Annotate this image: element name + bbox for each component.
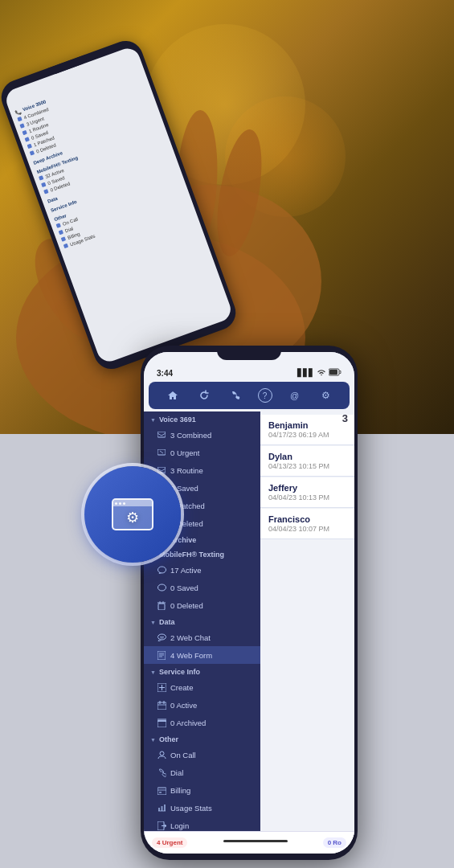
login-icon <box>157 821 166 830</box>
other-section-header[interactable]: ▼ Other <box>144 731 260 746</box>
menu-item-text-deleted[interactable]: 0 Deleted <box>144 596 260 614</box>
menu-item-billing[interactable]: Billing <box>144 781 260 799</box>
menu-item-active[interactable]: 17 Active <box>144 561 260 579</box>
right-contacts-panel: 3 Benjamin 04/17/23 06:19 AM Dylan 04/13… <box>260 411 354 849</box>
oncall-icon <box>157 750 166 760</box>
logo-window: ⚙ <box>112 498 153 530</box>
svg-line-11 <box>160 451 163 453</box>
contact-benjamin-date: 04/17/23 06:19 AM <box>268 431 346 439</box>
menu-item-si-active[interactable]: 0 Active <box>144 696 260 714</box>
archived-label: 0 Archived <box>170 719 206 727</box>
si-active-label: 0 Active <box>170 701 197 710</box>
urgent-badge[interactable]: 4 Urgent <box>152 837 187 848</box>
menu-item-urgent[interactable]: 0 Urgent <box>144 444 260 461</box>
svg-rect-39 <box>157 702 166 710</box>
battery-icon <box>329 368 342 378</box>
logo-dot-1 <box>115 502 117 505</box>
service-info-header[interactable]: ▼ Service Info <box>144 664 260 678</box>
contact-francisco[interactable]: Francisco 04/04/23 10:07 PM <box>260 509 354 539</box>
status-icons: ▋▋▋ <box>297 368 342 378</box>
usagestats-label: Usage Stats <box>170 804 212 813</box>
service-section-label: Service Info <box>159 668 200 676</box>
menu-item-combined[interactable]: 3 Combined <box>144 426 260 444</box>
contact-jeffery[interactable]: Jeffery 04/04/23 10:13 PM <box>260 477 354 508</box>
menu-item-oncall[interactable]: On Call <box>144 746 260 764</box>
svg-rect-45 <box>159 792 162 793</box>
contact-benjamin[interactable]: Benjamin 04/17/23 06:19 AM <box>260 415 354 445</box>
logo-circle: ⚙ <box>84 466 181 563</box>
urgent-icon <box>157 448 166 457</box>
data-section-label: Data <box>159 618 175 626</box>
menu-item-webform[interactable]: 4 Web Form <box>144 646 260 664</box>
webchat-icon <box>157 633 166 642</box>
nav-email-icon[interactable]: @ <box>286 387 304 404</box>
svg-rect-25 <box>158 604 165 610</box>
nav-help-icon[interactable]: ? <box>258 388 272 403</box>
contact-dylan[interactable]: Dylan 04/13/23 10:15 PM <box>260 446 354 477</box>
menu-item-webchat[interactable]: 2 Web Chat <box>144 628 260 646</box>
menu-item-archived[interactable]: 0 Archived <box>144 714 260 731</box>
text-deleted-icon <box>157 600 166 610</box>
create-label: Create <box>170 683 194 692</box>
content-area: ▼ Voice 3691 3 Combined 0 Urgent <box>144 411 354 849</box>
dial-label: Dial <box>170 768 183 777</box>
nav-settings-icon[interactable]: ⚙ <box>317 387 335 404</box>
svg-rect-9 <box>157 432 166 437</box>
archived-icon <box>157 718 166 727</box>
dial-icon <box>157 768 166 777</box>
menu-item-text-saved[interactable]: 0 Saved <box>144 579 260 596</box>
voice-section-header[interactable]: ▼ Voice 3691 <box>144 411 260 426</box>
voice-section-label: Voice 3691 <box>159 416 196 424</box>
svg-rect-48 <box>161 806 162 811</box>
routine-label: 3 Routine <box>170 466 203 475</box>
service-chevron: ▼ <box>150 669 156 675</box>
data-section-header[interactable]: ▼ Data <box>144 614 260 628</box>
time-display: 3:44 <box>157 369 173 378</box>
urgent-label: 0 Urgent <box>170 448 199 457</box>
page-number: 3 <box>342 412 348 424</box>
webform-icon <box>157 650 166 660</box>
logo-dot-3 <box>123 502 125 505</box>
si-active-icon <box>157 700 166 710</box>
svg-point-42 <box>160 751 164 755</box>
text-deleted-label: 0 Deleted <box>170 601 203 610</box>
main-phone: 3:44 ▋▋▋ ? @ ⚙ <box>141 346 358 860</box>
menu-item-dial[interactable]: Dial <box>144 764 260 781</box>
contact-dylan-date: 04/13/23 10:15 PM <box>268 462 346 470</box>
webchat-label: 2 Web Chat <box>170 633 211 642</box>
svg-rect-8 <box>329 370 337 375</box>
combined-icon <box>157 430 166 440</box>
texting-active-icon <box>157 565 166 575</box>
menu-item-usagestats[interactable]: Usage Stats <box>144 799 260 817</box>
text-saved-label: 0 Saved <box>170 583 198 592</box>
wifi-icon <box>317 368 326 378</box>
nav-refresh-icon[interactable] <box>195 387 213 404</box>
scroll-indicator <box>223 840 288 842</box>
nav-phone-icon[interactable] <box>227 387 244 404</box>
other-section-label: Other <box>159 735 178 743</box>
usagestats-icon <box>157 803 166 813</box>
contact-jeffery-date: 04/04/23 10:13 PM <box>268 493 346 502</box>
nav-home-icon[interactable] <box>164 387 182 404</box>
menu-item-create[interactable]: Create <box>144 678 260 696</box>
nav-icons-bar: ? @ ⚙ <box>149 382 350 409</box>
routine-badge[interactable]: 0 Ro <box>323 837 346 848</box>
svg-rect-43 <box>157 788 166 795</box>
contact-benjamin-name: Benjamin <box>268 420 346 430</box>
svg-point-24 <box>157 584 166 591</box>
webform-label: 4 Web Form <box>170 651 212 660</box>
other-chevron: ▼ <box>150 737 156 743</box>
bottom-bar: 4 Urgent 0 Ro <box>144 831 354 854</box>
texting-active-label: 17 Active <box>170 566 202 575</box>
main-phone-screen: 3:44 ▋▋▋ ? @ ⚙ <box>144 352 354 854</box>
billing-icon <box>157 785 166 795</box>
svg-rect-47 <box>158 808 160 811</box>
billing-label: Billing <box>170 786 190 795</box>
oncall-label: On Call <box>170 751 196 760</box>
combined-label: 3 Combined <box>170 431 211 440</box>
contact-jeffery-name: Jeffery <box>268 483 346 493</box>
svg-rect-12 <box>157 467 166 473</box>
logo-gear-icon: ⚙ <box>126 509 139 526</box>
svg-rect-32 <box>157 651 166 660</box>
texting-section-label: MobileFH® Texting <box>159 551 224 559</box>
